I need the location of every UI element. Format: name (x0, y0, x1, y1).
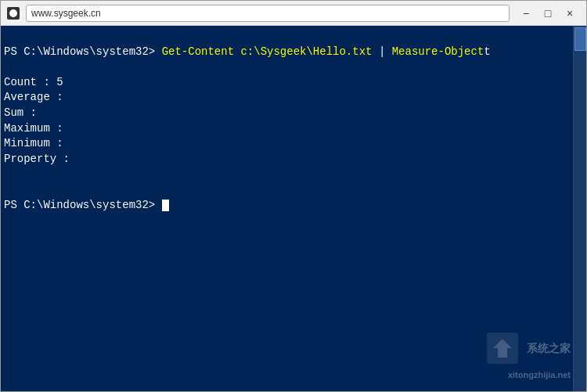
cursor (162, 200, 169, 211)
favicon (7, 7, 20, 20)
count-value: 5 (56, 76, 63, 88)
maximum-label: Maximum (4, 122, 50, 135)
url-text: www.sysgeek.cn (31, 8, 101, 19)
watermark: 系统之家xitongzhijia.net (487, 333, 571, 383)
minimum-label: Minimum (4, 137, 50, 149)
minimize-button[interactable]: − (516, 3, 536, 23)
window-controls: − □ × (516, 3, 580, 23)
measure-command: Measure-Object (392, 45, 484, 58)
count-label: Count (4, 76, 37, 88)
average-sep: : (50, 91, 70, 103)
count-line: Count : 5 (4, 76, 63, 88)
minimum-line: Minimum : (4, 137, 70, 149)
maximum-sep: : (50, 122, 70, 135)
sum-line: Sum : (4, 106, 43, 119)
average-line: Average : (4, 91, 70, 103)
property-line: Property : (4, 153, 76, 165)
sum-label: Sum (4, 106, 23, 119)
command-text: Get-Content c:\Sysgeek\Hello.txt (155, 45, 379, 58)
property-label: Property (4, 153, 56, 165)
url-bar[interactable]: www.sysgeek.cn (26, 5, 510, 22)
prompt2: PS C:\Windows\system32> (4, 199, 155, 211)
powershell-window: PS C:\Windows\system32> Get-Content c:\S… (1, 26, 586, 391)
pipe-char: | (379, 45, 392, 58)
title-bar: www.sysgeek.cn − □ × (1, 1, 586, 26)
property-sep: : (56, 153, 76, 165)
command-line: PS C:\Windows\system32> Get-Content c:\S… (4, 45, 491, 58)
average-label: Average (4, 91, 50, 103)
command-line-2: PS C:\Windows\system32> (4, 199, 169, 211)
count-sep: : (37, 76, 56, 88)
continuation-char: t (484, 45, 490, 58)
scrollbar[interactable] (573, 26, 586, 391)
sum-sep: : (23, 106, 43, 119)
prompt1: PS C:\Windows\system32> (4, 45, 155, 58)
browser-window: www.sysgeek.cn − □ × PS C:\Windows\syste… (0, 0, 587, 392)
maximum-line: Maximum : (4, 122, 70, 135)
close-button[interactable]: × (560, 3, 580, 23)
scrollbar-thumb[interactable] (574, 27, 586, 51)
minimum-sep: : (50, 137, 70, 149)
maximize-button[interactable]: □ (538, 3, 558, 23)
